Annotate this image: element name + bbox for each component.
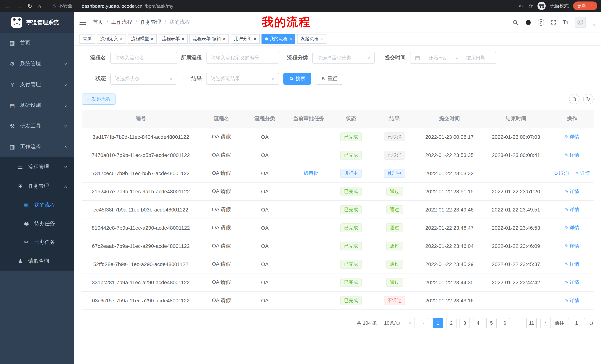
date-separator: - — [456, 55, 458, 61]
process-name-input[interactable]: 请输入流程名 — [110, 52, 177, 64]
hamburger-icon[interactable] — [80, 19, 86, 26]
close-icon[interactable]: × — [289, 37, 292, 41]
parent-process-input[interactable]: 请输入流程定义的编号 — [206, 52, 279, 64]
cell-category: OA — [243, 128, 287, 146]
search-button[interactable]: 搜索 — [283, 73, 311, 85]
status-badge: 进行中 — [341, 169, 362, 178]
breadcrumb-item[interactable]: 我的流程 — [161, 19, 190, 26]
end-date-placeholder: 结束日期 — [460, 55, 491, 61]
bookmark-star-icon[interactable]: ☆ — [528, 3, 533, 9]
sidebar-item[interactable]: ✂ 已办任务 — [0, 233, 74, 252]
prev-page-button[interactable]: ‹ — [419, 318, 429, 328]
cell-current-task — [287, 219, 331, 237]
view-tab[interactable]: 首页 — [80, 34, 95, 44]
sidebar-item[interactable]: ▥ 工作流程 ∧ — [0, 136, 74, 157]
close-icon[interactable]: × — [223, 37, 225, 41]
next-page-button[interactable]: › — [541, 318, 551, 328]
sidebar-item[interactable]: ⊞ 任务管理 ∧ — [0, 177, 74, 196]
reset-button[interactable]: ↻ 重置 — [316, 73, 343, 85]
close-icon[interactable]: × — [182, 37, 184, 41]
detail-action[interactable]: ✎详情 — [565, 207, 579, 212]
password-key-icon[interactable] — [518, 3, 524, 9]
app-logo[interactable]: 芋道管理系统 — [0, 12, 74, 33]
detail-action[interactable]: ✎详情 — [575, 170, 590, 176]
category-label: 流程分类 — [279, 55, 312, 61]
reload-button[interactable]: ↻ — [28, 3, 32, 9]
detail-action[interactable]: ✎详情 — [565, 188, 579, 194]
close-icon[interactable]: × — [151, 37, 153, 41]
breadcrumb-item[interactable]: 首页 — [93, 19, 103, 26]
page-button[interactable]: 1 — [433, 318, 443, 328]
view-tab[interactable]: 用户分组 × — [231, 34, 260, 44]
security-label[interactable]: 不安全 — [59, 3, 72, 9]
detail-action[interactable]: ✎详情 — [565, 279, 579, 285]
page-button[interactable]: ··· — [513, 318, 523, 328]
view-tab[interactable]: 流程表单 × — [159, 34, 188, 44]
sidebar-item[interactable]: ¥ 支付管理 ∨ — [0, 74, 74, 95]
close-icon[interactable]: × — [320, 37, 323, 41]
fullscreen-icon[interactable] — [550, 19, 556, 25]
status-badge: 已完成 — [341, 151, 362, 159]
page-button[interactable]: 2 — [446, 318, 457, 328]
sidebar-item[interactable]: ▤ 基础设施 ∨ — [0, 95, 74, 116]
help-icon[interactable]: ? — [538, 19, 544, 25]
task-link[interactable]: 一级审批 — [299, 170, 318, 176]
sidebar-item[interactable]: ◉ 待办任务 — [0, 214, 74, 233]
breadcrumb: 首页 工作流程 任务管理 我的流程 — [93, 19, 190, 26]
logo-title: 芋道管理系统 — [26, 19, 59, 26]
sidebar-item[interactable]: ☰ 流程管理 ∨ — [0, 157, 74, 177]
view-tab[interactable]: 发起流程 × — [297, 34, 326, 44]
edit-icon: ✎ — [565, 225, 569, 230]
page-button[interactable]: 11 — [526, 318, 537, 328]
page-button[interactable]: 3 — [460, 318, 470, 328]
view-tab[interactable]: 流程模型 × — [128, 34, 157, 44]
view-tab[interactable]: 流程表单-编辑 × — [190, 34, 229, 44]
detail-action[interactable]: ✎详情 — [565, 152, 579, 157]
avatar[interactable] — [575, 17, 586, 28]
breadcrumb-item[interactable]: 工作流程 — [103, 19, 132, 26]
close-icon[interactable]: × — [120, 37, 123, 41]
sidebar-item[interactable]: ♟ 请假查询 — [0, 252, 74, 271]
view-tab[interactable]: 我的流程 × — [261, 34, 295, 44]
column-header: 当前审批任务 — [287, 110, 331, 128]
home-button[interactable]: ⌂ — [38, 3, 41, 9]
github-icon[interactable] — [525, 19, 531, 26]
refresh-table-button[interactable]: ↻ — [583, 94, 594, 104]
browser-menu-dots-icon[interactable]: ⋮ — [589, 3, 594, 9]
sidebar-item[interactable]: ⚙ 系统管理 ∨ — [0, 53, 74, 74]
breadcrumb-item[interactable]: 任务管理 — [132, 19, 161, 26]
search-icon[interactable] — [512, 19, 518, 25]
page-button[interactable]: 4 — [473, 318, 483, 328]
cancel-action[interactable]: ⊘取消 — [554, 170, 569, 176]
category-select[interactable]: 请选择流程分类 ∨ — [312, 52, 375, 64]
detail-action[interactable]: ✎详情 — [565, 225, 579, 230]
font-size-icon[interactable]: TT — [562, 19, 569, 26]
address-bar[interactable]: ⚠ 不安全 | dashboard.yudao.iocoder.cn/bpm/t… — [46, 3, 518, 9]
page-button[interactable]: 5 — [486, 318, 497, 328]
view-tab[interactable]: 流程定义 × — [97, 34, 126, 44]
page-size-select[interactable]: 10条/页 ∨ — [381, 318, 415, 328]
create-process-button[interactable]: + 发起流程 — [82, 94, 116, 105]
sidebar-item[interactable]: ▦ 首页 — [0, 33, 74, 53]
update-button[interactable]: 更新 ⋮ — [573, 1, 597, 10]
back-button[interactable]: ← — [5, 3, 11, 9]
avatar-caret-icon[interactable]: ∨ — [593, 24, 596, 27]
status-badge: 已完成 — [341, 187, 362, 196]
menu-icon: ✂ — [22, 239, 30, 246]
security-warning-icon[interactable]: ⚠ — [52, 3, 56, 9]
detail-action[interactable]: ✎详情 — [565, 243, 579, 249]
detail-action[interactable]: ✎详情 — [565, 297, 579, 303]
forward-button[interactable]: → — [16, 3, 22, 9]
goto-page-input[interactable] — [568, 318, 585, 328]
close-icon[interactable]: × — [254, 37, 256, 41]
result-select[interactable]: 请选择流结果 ∨ — [206, 73, 279, 85]
detail-action[interactable]: ✎详情 — [565, 261, 579, 267]
page-button[interactable]: 6 — [500, 318, 510, 328]
show-search-button[interactable] — [569, 94, 580, 104]
status-select[interactable]: 请选择状态 ∨ — [110, 73, 177, 85]
cell-actions: ✎详情 — [551, 291, 594, 309]
sidebar-item[interactable]: ✉ 我的流程 — [0, 196, 74, 214]
detail-action[interactable]: ✎详情 — [565, 134, 579, 139]
date-range-picker[interactable]: 开始日期 - 结束日期 — [410, 52, 496, 64]
sidebar-item[interactable]: ⚒ 研发工具 ∨ — [0, 116, 74, 136]
